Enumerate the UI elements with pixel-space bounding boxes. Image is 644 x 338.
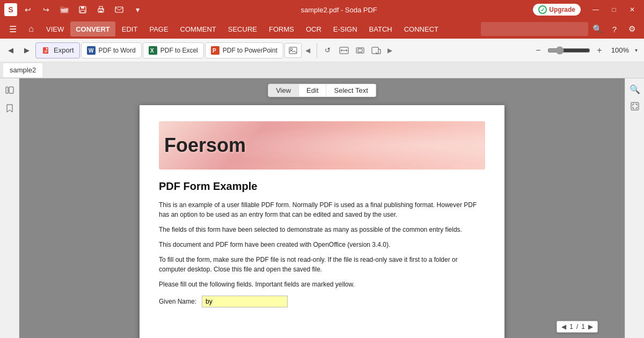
given-name-input[interactable] bbox=[202, 296, 288, 307]
maximize-button[interactable]: □ bbox=[606, 2, 621, 17]
right-search-button[interactable]: 🔍 bbox=[627, 82, 642, 97]
export-icon bbox=[41, 46, 51, 55]
pdf-paragraph-4: To fill out the form, make sure the PDF … bbox=[159, 255, 485, 274]
menu-item-comment[interactable]: COMMENT bbox=[175, 21, 222, 36]
pdf-main-title: PDF Form Example bbox=[159, 180, 485, 193]
redo-button[interactable]: ↪ bbox=[39, 2, 54, 17]
rotate-left-button[interactable]: ↺ bbox=[320, 43, 335, 58]
right-fit-button[interactable] bbox=[627, 99, 642, 114]
main-area: View Edit Select Text Foersom PDF Form E… bbox=[0, 78, 644, 338]
pdf-to-word-label: PDF to Word bbox=[99, 47, 136, 54]
next-page-button[interactable]: ▶ bbox=[588, 323, 593, 330]
zoom-in-button[interactable]: + bbox=[592, 43, 606, 57]
menu-item-ocr[interactable]: OCR bbox=[301, 21, 327, 36]
svg-rect-1 bbox=[81, 6, 84, 9]
zoom-level: 100% bbox=[609, 46, 629, 54]
toolbar: ◀ ▶ Export W PDF to Word X PDF to Excel … bbox=[0, 39, 644, 62]
word-icon: W bbox=[87, 46, 96, 55]
titlebar: S ↩ ↪ ▾ sample2.pdf - Soda PDF ✓ Upgrade… bbox=[0, 0, 644, 19]
extract-button[interactable] bbox=[369, 43, 384, 58]
pdf-to-excel-label: PDF to Excel bbox=[160, 47, 198, 54]
minimize-button[interactable]: — bbox=[588, 2, 603, 17]
pdf-to-ppt-button[interactable]: P PDF to PowerPoint bbox=[205, 42, 283, 58]
print-button[interactable] bbox=[93, 2, 108, 17]
total-pages: 1 bbox=[581, 323, 585, 330]
actual-size-button[interactable] bbox=[353, 43, 368, 58]
svg-rect-20 bbox=[372, 47, 378, 54]
zoom-controls: − + 100% ▾ bbox=[531, 43, 641, 57]
undo-button[interactable]: ↩ bbox=[20, 2, 35, 17]
upgrade-button[interactable]: ✓ Upgrade bbox=[533, 4, 581, 16]
save-button[interactable] bbox=[75, 2, 90, 17]
menu-item-batch[interactable]: BATCH bbox=[364, 21, 398, 36]
menu-item-secure[interactable]: SECURE bbox=[223, 21, 262, 36]
svg-rect-21 bbox=[6, 87, 8, 93]
close-button[interactable]: ✕ bbox=[625, 2, 640, 17]
toolbar-back-button[interactable]: ◀ bbox=[3, 43, 18, 58]
toolbar-forward-button[interactable]: ▶ bbox=[19, 43, 34, 58]
email-button[interactable] bbox=[112, 2, 127, 17]
pdf-viewer: View Edit Select Text Foersom PDF Form E… bbox=[19, 78, 625, 338]
menu-item-view[interactable]: VIEW bbox=[41, 21, 69, 36]
pdf-paragraph-3: This document and PDF form have been cre… bbox=[159, 240, 485, 249]
left-sidebar bbox=[0, 78, 19, 338]
zoom-slider[interactable] bbox=[547, 46, 590, 55]
svg-rect-7 bbox=[115, 7, 123, 12]
sidebar-panel-toggle[interactable] bbox=[2, 83, 17, 98]
menu-item-esign[interactable]: E-SIGN bbox=[328, 21, 363, 36]
pdf-to-excel-button[interactable]: X PDF to Excel bbox=[143, 42, 204, 58]
search-icon[interactable]: 🔍 bbox=[589, 21, 605, 37]
prev-page-button[interactable]: ◀ bbox=[561, 323, 566, 330]
pdf-paragraph-5: Please fill out the following fields. Im… bbox=[159, 280, 485, 289]
menu-item-edit[interactable]: EDIT bbox=[116, 21, 143, 36]
page-separator: / bbox=[576, 323, 578, 330]
upgrade-label: Upgrade bbox=[549, 6, 575, 13]
zoom-dropdown-button[interactable]: ▾ bbox=[631, 43, 641, 57]
app-logo: S bbox=[4, 3, 17, 16]
search-input[interactable] bbox=[481, 22, 588, 36]
open-button[interactable] bbox=[57, 2, 72, 17]
svg-point-6 bbox=[103, 9, 104, 10]
svg-rect-22 bbox=[9, 87, 13, 93]
pdf-to-ppt-label: PDF to PowerPoint bbox=[223, 47, 277, 54]
menu-item-convert[interactable]: CONVERT bbox=[70, 21, 115, 36]
pdf-header-image: Foersom bbox=[159, 121, 485, 170]
pdf-select-text-button[interactable]: Select Text bbox=[327, 84, 376, 97]
svg-rect-8 bbox=[43, 47, 48, 54]
sidebar-bookmark-toggle[interactable] bbox=[2, 101, 17, 116]
toolbar-right-more-button[interactable]: ▶ bbox=[385, 43, 396, 58]
pdf-view-button[interactable]: View bbox=[268, 84, 299, 97]
svg-rect-2 bbox=[80, 10, 85, 13]
menu-item-forms[interactable]: FORMS bbox=[264, 21, 299, 36]
docbar: sample2 bbox=[0, 62, 644, 78]
more-button[interactable]: ▾ bbox=[130, 2, 145, 17]
fit-width-button[interactable] bbox=[336, 43, 352, 58]
hamburger-menu-button[interactable]: ☰ bbox=[4, 20, 21, 38]
export-button[interactable]: Export bbox=[35, 42, 80, 58]
pdf-to-word-button[interactable]: W PDF to Word bbox=[81, 42, 142, 58]
pdf-paragraph-1: This is an example of a user fillable PD… bbox=[159, 200, 485, 219]
svg-rect-15 bbox=[289, 47, 297, 54]
pdf-form-given-name-row: Given Name: bbox=[159, 296, 485, 307]
image-convert-button[interactable] bbox=[284, 43, 302, 58]
document-tab[interactable]: sample2 bbox=[3, 63, 42, 77]
svg-rect-23 bbox=[631, 102, 639, 110]
toolbar-separator bbox=[317, 43, 317, 58]
right-sidebar: 🔍 bbox=[625, 78, 644, 338]
home-button[interactable]: ⌂ bbox=[23, 20, 40, 38]
menu-item-page[interactable]: PAGE bbox=[144, 21, 173, 36]
upgrade-check-icon: ✓ bbox=[538, 5, 547, 14]
pdf-edit-button[interactable]: Edit bbox=[299, 84, 326, 97]
menubar: ☰ ⌂ VIEW CONVERT EDIT PAGE COMMENT SECUR… bbox=[0, 19, 644, 39]
toolbar-more-button[interactable]: ◀ bbox=[303, 43, 313, 58]
menu-item-connect[interactable]: CONNECT bbox=[399, 21, 444, 36]
page-navigation: ◀ 1 / 1 ▶ bbox=[557, 321, 598, 333]
zoom-out-button[interactable]: − bbox=[531, 43, 545, 57]
excel-icon: X bbox=[149, 46, 157, 55]
svg-text:P: P bbox=[213, 48, 216, 54]
settings-icon[interactable]: ⚙ bbox=[624, 21, 640, 37]
help-icon[interactable]: ? bbox=[606, 21, 623, 37]
window-title: sample2.pdf - Soda PDF bbox=[148, 6, 530, 14]
pdf-header-text: Foersom bbox=[164, 134, 246, 157]
pdf-page: Foersom PDF Form Example This is an exam… bbox=[140, 105, 504, 338]
